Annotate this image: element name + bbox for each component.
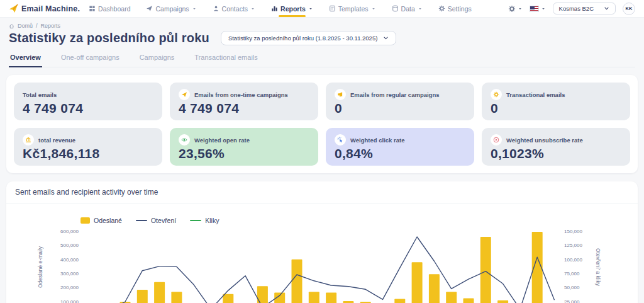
avatar[interactable]: KK — [623, 3, 635, 15]
bar-odeslane — [309, 292, 319, 303]
bar-odeslane — [464, 298, 474, 303]
gear-icon — [508, 5, 516, 13]
stat-icon-circle — [491, 89, 502, 100]
stat-icon-circle — [179, 89, 190, 100]
bar-odeslane — [394, 299, 405, 303]
legend-marker — [136, 220, 147, 221]
bar-odeslane — [326, 292, 336, 303]
caret-down-icon — [250, 6, 255, 11]
navbar-right: Kosmas B2C KK — [508, 3, 635, 15]
nav-item-campaigns[interactable]: Campaigns — [146, 0, 196, 17]
template-icon — [329, 5, 336, 12]
brand-name: Email Machine. — [21, 4, 80, 13]
user-icon — [213, 5, 219, 12]
stat-label: Weighted click rate — [350, 137, 404, 144]
home-icon — [9, 23, 14, 29]
y-right-tick: 100,000 — [564, 257, 582, 263]
tab-overview[interactable]: Overview — [9, 54, 42, 67]
bar-odeslane — [446, 292, 457, 303]
caret-down-icon — [308, 6, 313, 11]
stat-label: Emails from regular campaigns — [350, 91, 440, 98]
chevron-down-icon — [383, 35, 389, 41]
stat-icon-circle — [335, 89, 346, 100]
stat-value: 0 — [335, 101, 465, 116]
tab-transactional-emails[interactable]: Transactional emails — [193, 54, 258, 67]
stat-card-header: Total emails — [23, 89, 153, 100]
tab-bar: OverviewOne-off campaignsCampaignsTransa… — [9, 54, 635, 67]
stat-icon-circle — [179, 134, 190, 146]
stat-value: 0 — [491, 101, 621, 116]
tab-campaigns[interactable]: Campaigns — [138, 54, 176, 67]
bar-odeslane — [223, 294, 233, 303]
database-icon — [392, 5, 399, 12]
bar-chart-icon — [271, 5, 278, 12]
chart-title: Sent emails and recipient activity over … — [6, 181, 638, 203]
breadcrumb-current[interactable]: Reports — [41, 23, 61, 29]
us-flag-icon — [530, 6, 539, 12]
email-machine-logo-icon — [9, 4, 18, 13]
nav-item-label: Settings — [448, 5, 472, 13]
caret-down-icon — [418, 6, 423, 11]
bar-odeslane — [480, 237, 491, 303]
caret-down-icon — [192, 6, 197, 11]
page-title: Statistiky za posledního půl roku — [9, 31, 209, 45]
stat-label: Total emails — [23, 91, 57, 98]
nav-item-data[interactable]: Data — [392, 0, 423, 17]
send-icon — [181, 91, 187, 98]
stat-icon-circle — [23, 134, 34, 146]
sent-emails-chart: 600,000500,000400,000300,000200,000100,0… — [6, 223, 638, 303]
nav-item-dashboard[interactable]: Dashboard — [89, 0, 130, 17]
chevron-down-icon — [604, 6, 609, 11]
nav-item-settings[interactable]: Settings — [438, 0, 472, 17]
caret-down-icon — [518, 6, 523, 11]
y-left-tick: 200,000 — [60, 285, 79, 290]
account-select-value: Kosmas B2C — [559, 5, 594, 12]
y-right-axis-label: Otevření' a kliky — [595, 248, 601, 287]
breadcrumb-separator: / — [36, 23, 38, 29]
click-icon — [337, 137, 343, 143]
x-circle-icon — [493, 137, 499, 143]
nav-item-contacts[interactable]: Contacts — [213, 0, 255, 17]
account-select[interactable]: Kosmas B2C — [553, 3, 616, 14]
stat-card-header: Weighted open rate — [179, 134, 309, 146]
settings-dropdown-button[interactable] — [508, 5, 523, 13]
stat-card-header: total revenue — [23, 134, 153, 146]
y-right-tick: 50,000 — [564, 285, 580, 290]
nav-item-reports[interactable]: Reports — [271, 0, 313, 17]
breadcrumb-home[interactable]: Domů — [18, 23, 33, 29]
stat-card-header: Weighted unsubscribe rate — [491, 134, 621, 146]
bank-icon — [25, 137, 31, 143]
stat-card-emails-from-regular-campaigns: Emails from regular campaigns0 — [326, 83, 474, 120]
brand-logo[interactable]: Email Machine. — [9, 4, 80, 13]
top-navbar: Email Machine. DashboardCampaignsContact… — [0, 0, 644, 18]
stats-panel: Total emails4 749 074Emails from one-tim… — [6, 75, 638, 173]
stat-card-weighted-open-rate: Weighted open rate23,56% — [170, 128, 318, 166]
stat-value: 0,84% — [335, 146, 465, 161]
y-left-tick: 600,000 — [60, 229, 79, 234]
nav-item-label: Dashboard — [98, 5, 130, 13]
nav-item-label: Reports — [280, 5, 306, 13]
bar-odeslane — [497, 300, 508, 303]
breadcrumb: Domů / Reports — [0, 18, 644, 29]
gear-icon — [493, 91, 499, 98]
stat-label: Transactional emails — [506, 91, 565, 98]
nav-item-label: Contacts — [222, 5, 248, 13]
stat-value: Kč1,846,118 — [23, 146, 153, 161]
stat-value: 4 749 074 — [179, 101, 309, 116]
stat-label: Weighted open rate — [194, 137, 250, 144]
nav-item-label: Campaigns — [155, 5, 189, 13]
tab-one-off-campaigns[interactable]: One-off campaigns — [60, 54, 121, 67]
stat-card-header: Emails from one-time campaigns — [179, 89, 309, 100]
bar-odeslane — [154, 282, 165, 303]
y-left-tick: 100,000 — [60, 299, 79, 303]
period-select-value: Statistiky za posledního půl roku (1.8.2… — [228, 35, 377, 42]
language-dropdown-button[interactable] — [530, 6, 546, 12]
stat-card-weighted-click-rate: Weighted click rate0,84% — [326, 128, 474, 166]
period-select[interactable]: Statistiky za posledního půl roku (1.8.2… — [221, 31, 396, 45]
y-right-tick: 150,000 — [564, 229, 582, 234]
bar-odeslane — [137, 290, 148, 303]
bar-odeslane — [412, 262, 423, 303]
title-row: Statistiky za posledního půl roku Statis… — [0, 29, 644, 45]
nav-item-label: Templates — [338, 5, 369, 13]
nav-item-templates[interactable]: Templates — [329, 0, 376, 17]
